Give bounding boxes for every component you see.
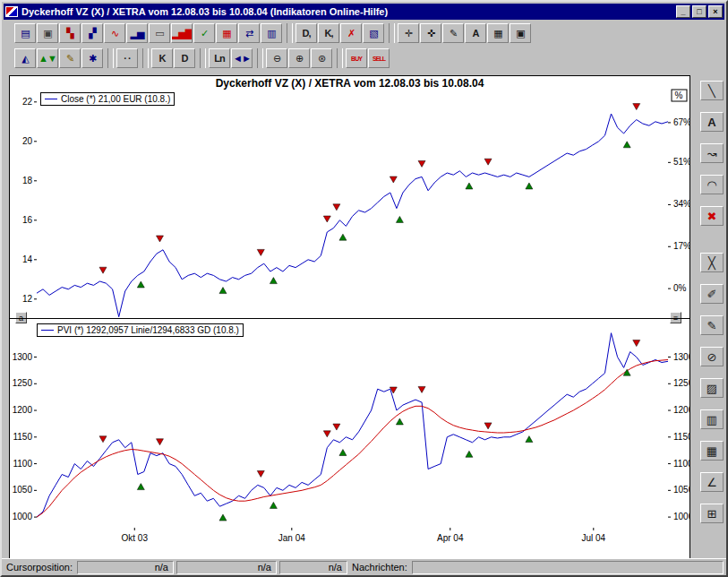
sell-signal-button[interactable]: SELL: [368, 48, 390, 68]
freehand-tool[interactable]: ↝: [700, 143, 724, 163]
indicator-chart-canvas[interactable]: 1300125012001150110010501000130012501200…: [10, 318, 689, 558]
copy-chart-button[interactable]: ▣: [37, 23, 58, 43]
indicator-button[interactable]: ∿: [104, 23, 125, 43]
arc-tool[interactable]: ◠: [700, 175, 724, 194]
print-icon: ▭: [155, 29, 163, 39]
grid-table-button[interactable]: ▦: [487, 23, 509, 43]
buy-marker: [526, 183, 533, 189]
sell-marker: [418, 386, 425, 392]
y-axis-label-right: 1050: [673, 485, 689, 495]
zoom-reset-button[interactable]: ⊛: [311, 48, 332, 68]
title-bar[interactable]: Dyckerhoff VZ (X) / XETRA vom 12.08.03 b…: [4, 4, 724, 20]
area-chart-button[interactable]: ◭: [14, 48, 36, 68]
delete-signals-button[interactable]: ✗: [340, 23, 362, 43]
text-tool[interactable]: A: [700, 112, 724, 132]
toolbar-separator: [389, 23, 395, 43]
zoom-out-button[interactable]: ⊖: [266, 48, 287, 68]
y-axis-label-right: 0%: [673, 283, 687, 293]
crosshair-button[interactable]: ✛: [398, 23, 419, 43]
close-button[interactable]: ×: [708, 5, 723, 18]
move-button[interactable]: ✜: [420, 23, 441, 43]
sell-marker: [333, 424, 340, 430]
hatch-diagonal-tool[interactable]: ▨: [700, 378, 724, 398]
y-axis-label-right: 67%: [673, 117, 689, 127]
quote-list-button[interactable]: ▥: [261, 23, 282, 43]
overlay-button[interactable]: ▧: [363, 23, 384, 43]
x-axis-label: Jan 04: [278, 533, 305, 543]
objects-icon: ✱: [89, 54, 96, 64]
sell-marker: [99, 436, 107, 443]
cross-lines-tool[interactable]: ╳: [700, 253, 724, 272]
sell-marker: [156, 236, 163, 242]
chart-check-button[interactable]: ✓: [193, 23, 215, 43]
messages-label: Nachrichten:: [350, 562, 409, 573]
y-axis-label-left: 1050: [13, 485, 33, 495]
line-style-icon: · ·: [124, 54, 130, 64]
print-button[interactable]: ▭: [149, 23, 170, 43]
buy-marker: [466, 183, 473, 189]
histogram-icon: ▂▅▇: [172, 29, 192, 39]
d-chart-button[interactable]: D: [174, 48, 195, 68]
maximize-button[interactable]: □: [692, 5, 707, 18]
zoom-in-button[interactable]: ⊕: [288, 48, 310, 68]
buy-signal-icon: BUY: [351, 56, 362, 62]
hatch-diagonal-tool-icon: ▨: [707, 382, 717, 395]
indicator-legend[interactable]: PVI (*) 1292,0957 Linie/1294,6833 GD (10…: [37, 323, 244, 337]
text-tool-icon: A: [707, 116, 715, 129]
price-legend[interactable]: Close (*) 21,00 EUR (10.8.): [40, 92, 175, 106]
marker-pen-tool-icon: ✎: [707, 319, 717, 332]
draw-button[interactable]: ✎: [442, 23, 464, 43]
new-chart-button[interactable]: ▤: [14, 23, 36, 43]
drawing-tool-strip: ╲A↝◠✖╳✐✎⊘▨▥▦∠⊞: [698, 81, 725, 523]
pan-button[interactable]: ◄►: [231, 48, 253, 68]
log-scale-button[interactable]: Ln: [209, 48, 230, 68]
data-table-button[interactable]: ▦: [216, 23, 237, 43]
kurs-format-button[interactable]: K,: [318, 23, 339, 43]
compare-charts-button[interactable]: ▚: [59, 23, 81, 43]
pen-tool[interactable]: ✐: [700, 284, 724, 304]
multi-window-button[interactable]: ▞: [81, 23, 103, 43]
objects-button[interactable]: ✱: [81, 48, 103, 68]
minimize-button[interactable]: _: [676, 5, 690, 18]
toolbar-separator: [337, 48, 343, 68]
layout-button[interactable]: ▣: [510, 23, 531, 43]
grid-tool[interactable]: ▦: [700, 441, 724, 461]
k-chart-button[interactable]: K: [151, 48, 173, 68]
overlay-icon: ▧: [369, 29, 377, 39]
indicator-legend-line-sample: [41, 330, 54, 331]
x-axis-label: Okt 03: [122, 533, 149, 543]
edit-chart-icon: ✎: [66, 54, 73, 64]
y-axis-label-right: 1000: [673, 512, 689, 521]
edit-chart-button[interactable]: ✎: [59, 48, 81, 68]
delete-drawing-tool[interactable]: ✖: [700, 206, 724, 226]
trendline-tool-icon: ╲: [708, 84, 715, 98]
eraser-tool[interactable]: ⊘: [700, 347, 724, 366]
angle-tool[interactable]: ∠: [700, 472, 724, 492]
pen-tool-icon: ✐: [707, 288, 717, 301]
y-axis-label-left: 1300: [13, 352, 33, 362]
histogram-button[interactable]: ▂▅▇: [171, 23, 193, 43]
signal-markers-button[interactable]: ▲▼: [37, 48, 58, 68]
decimal-button[interactable]: D,: [295, 23, 317, 43]
marker-pen-tool[interactable]: ✎: [700, 315, 724, 335]
notes-button[interactable]: A: [465, 23, 486, 43]
mini-chart-button[interactable]: ▂▅: [126, 23, 148, 43]
zoom-in-icon: ⊕: [295, 54, 303, 64]
trendline-tool[interactable]: ╲: [700, 81, 724, 100]
chart-mode-toolbar: ◭▲▼✎✱· ·KDLn◄►⊖⊕⊛BUYSELL: [4, 47, 724, 70]
delete-signals-icon: ✗: [347, 29, 355, 39]
series-line-0: [37, 333, 668, 517]
price-chart-canvas[interactable]: 22201816141267%51%34%17%0%%: [10, 89, 689, 318]
gann-grid-tool[interactable]: ⊞: [700, 504, 724, 523]
line-style-button[interactable]: · ·: [116, 48, 138, 68]
y-axis-label-right: 34%: [673, 199, 689, 209]
indicator-legend-text: PVI (*) 1292,0957 Linie/1294,6833 GD (10…: [57, 325, 239, 335]
hatch-vertical-tool-icon: ▥: [707, 413, 717, 426]
series-line-0: [37, 114, 668, 317]
right-axis-unit-label: %: [675, 90, 683, 100]
hatch-vertical-tool[interactable]: ▥: [700, 409, 724, 429]
app-icon: [5, 6, 18, 17]
buy-signal-button[interactable]: BUY: [346, 48, 367, 68]
zoom-reset-icon: ⊛: [318, 54, 325, 64]
transfer-button[interactable]: ⇄: [238, 23, 260, 43]
